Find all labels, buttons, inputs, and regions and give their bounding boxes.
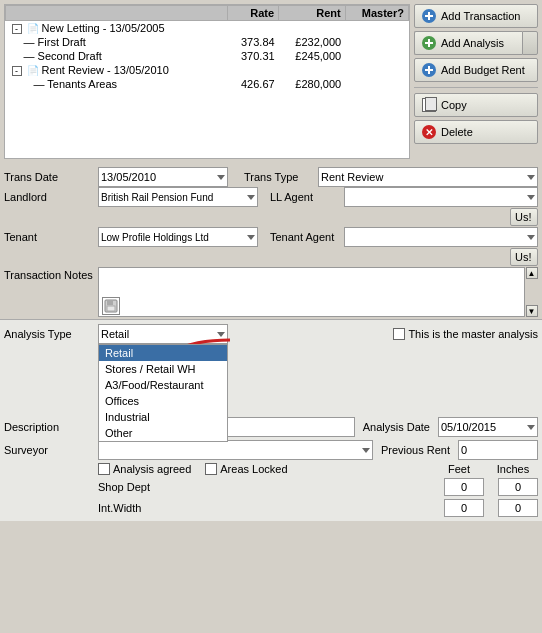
main-window: Rate Rent Master? - 📄 New [0, 0, 542, 633]
tenant-agent-arrow-icon [527, 235, 535, 240]
analysis-agreed-container[interactable]: Analysis agreed [98, 463, 191, 475]
analysis-agreed-label: Analysis agreed [113, 463, 191, 475]
add-analysis-dropdown-button[interactable] [522, 31, 538, 55]
master-analysis-checkbox-container[interactable]: This is the master analysis [393, 328, 538, 340]
dropdown-item-other[interactable]: Other [99, 425, 227, 441]
int-width-feet-input[interactable] [444, 499, 484, 517]
copy-icon [421, 97, 437, 113]
dropdown-item-stores[interactable]: Stores / Retail WH [99, 361, 227, 377]
analysis-date-select[interactable]: 05/10/2015 [438, 417, 538, 437]
table-row[interactable]: — Tenants Areas 426.67 £280,000 [6, 77, 409, 91]
scroll-up-arrow[interactable]: ▲ [526, 267, 538, 279]
us-button-row2: Us! [4, 247, 538, 267]
trans-date-row: Trans Date 13/05/2010 Trans Type Rent Re… [4, 167, 538, 187]
trans-type-select[interactable]: Rent Review [318, 167, 538, 187]
previous-rent-label: Previous Rent [381, 444, 450, 456]
add-transaction-icon [421, 8, 437, 24]
description-label: Description [4, 421, 94, 433]
table-row[interactable]: — First Draft 373.84 £232,000 [6, 35, 409, 49]
expand-icon[interactable]: - [12, 24, 22, 34]
red-circle-icon: ✕ [422, 125, 436, 139]
notes-scrollbar[interactable]: ▲ ▼ [524, 267, 538, 317]
surveyor-label: Surveyor [4, 444, 94, 456]
copy-pages-icon [422, 98, 436, 112]
tenant-agent-us-button[interactable]: Us! [510, 248, 538, 266]
add-budget-rent-button[interactable]: Add Budget Rent [414, 58, 538, 82]
shop-dept-feet-input[interactable] [444, 478, 484, 496]
description-row: Description Analysis Date 05/10/2015 [4, 417, 538, 437]
shop-dept-label: Shop Dept [98, 481, 440, 493]
int-width-label: Int.Width [98, 502, 440, 514]
tenant-arrow-icon [247, 235, 255, 240]
areas-locked-label: Areas Locked [220, 463, 287, 475]
analysis-type-select-container: Retail Retail Stores / Retail WH A3/Food… [98, 324, 228, 344]
analysis-agreed-checkbox[interactable] [98, 463, 110, 475]
transactions-table: Rate Rent Master? - 📄 New [4, 4, 410, 159]
expand-icon[interactable]: - [12, 66, 22, 76]
tenant-agent-select[interactable] [344, 227, 538, 247]
landlord-select[interactable]: British Rail Pension Fund [98, 187, 258, 207]
analysis-type-select[interactable]: Retail [98, 324, 228, 344]
dropdown-item-a3[interactable]: A3/Food/Restaurant [99, 377, 227, 393]
table-row[interactable]: — Second Draft 370.31 £245,000 [6, 49, 409, 63]
delete-button[interactable]: ✕ Delete [414, 120, 538, 144]
tenant-select[interactable]: Low Profile Holdings Ltd [98, 227, 258, 247]
master-analysis-checkbox[interactable] [393, 328, 405, 340]
scroll-down-arrow[interactable]: ▼ [526, 305, 538, 317]
landlord-label: Landlord [4, 191, 94, 203]
ll-agent-arrow-icon [527, 195, 535, 200]
analysis-type-row: Analysis Type Retail Retail Stores / Ret… [4, 324, 538, 344]
surveyor-select[interactable] [98, 440, 373, 460]
add-analysis-button[interactable]: Add Analysis [414, 31, 522, 55]
notes-textbox[interactable] [98, 267, 538, 317]
checkboxes-row: Analysis agreed Areas Locked Feet Inches [4, 463, 538, 475]
copy-button[interactable]: Copy [414, 93, 538, 117]
svg-rect-2 [107, 306, 115, 311]
dropdown-item-retail[interactable]: Retail [99, 345, 227, 361]
dropdown-item-industrial[interactable]: Industrial [99, 409, 227, 425]
add-transaction-button[interactable]: Add Transaction [414, 4, 538, 28]
dropdown-item-offices[interactable]: Offices [99, 393, 227, 409]
int-width-inches-input[interactable] [498, 499, 538, 517]
areas-locked-checkbox[interactable] [205, 463, 217, 475]
shop-dept-inches-input[interactable] [498, 478, 538, 496]
analysis-date-arrow-icon [527, 425, 535, 430]
action-buttons-panel: Add Transaction Add Analysis [412, 0, 542, 163]
table-row[interactable]: - 📄 New Letting - 13/05/2005 [6, 21, 409, 36]
analysis-section: Analysis Type Retail Retail Stores / Ret… [0, 319, 542, 521]
trans-type-arrow-icon [527, 175, 535, 180]
budget-plus-icon [422, 63, 436, 77]
trans-date-select[interactable]: 13/05/2010 [98, 167, 228, 187]
tenant-agent-label: Tenant Agent [270, 231, 340, 243]
add-budget-icon [421, 62, 437, 78]
delete-icon: ✕ [421, 124, 437, 140]
surveyor-arrow-icon [362, 448, 370, 453]
areas-locked-container[interactable]: Areas Locked [205, 463, 287, 475]
tenant-label: Tenant [4, 231, 94, 243]
trans-type-label: Trans Type [244, 171, 314, 183]
green-plus-icon [422, 36, 436, 50]
rent-header: Rent [279, 6, 346, 21]
surveyor-row: Surveyor Previous Rent [4, 440, 538, 460]
analysis-date-label: Analysis Date [363, 421, 430, 433]
analysis-type-dropdown[interactable]: Retail Stores / Retail WH A3/Food/Restau… [98, 344, 228, 442]
master-analysis-label: This is the master analysis [408, 328, 538, 340]
int-width-row: Int.Width [4, 499, 538, 517]
shop-dept-row: Shop Dept [4, 478, 538, 496]
analysis-type-label: Analysis Type [4, 328, 94, 340]
notes-save-icon[interactable] [102, 297, 120, 315]
us-button-row1: Us! [4, 207, 538, 227]
ll-agent-us-button[interactable]: Us! [510, 208, 538, 226]
add-analysis-container: Add Analysis [414, 31, 538, 55]
ll-agent-select[interactable] [344, 187, 538, 207]
trans-date-arrow-icon [217, 175, 225, 180]
table-row[interactable]: - 📄 Rent Review - 13/05/2010 [6, 63, 409, 77]
notes-section: Transaction Notes ▲ ▼ [4, 267, 538, 317]
ll-agent-label: LL Agent [270, 191, 340, 203]
rate-header: Rate [227, 6, 278, 21]
inches-header: Inches [488, 463, 538, 475]
previous-rent-input[interactable] [458, 440, 538, 460]
analysis-type-arrow-icon [217, 332, 225, 337]
add-analysis-icon [421, 35, 437, 51]
landlord-row: Landlord British Rail Pension Fund LL Ag… [4, 187, 538, 207]
